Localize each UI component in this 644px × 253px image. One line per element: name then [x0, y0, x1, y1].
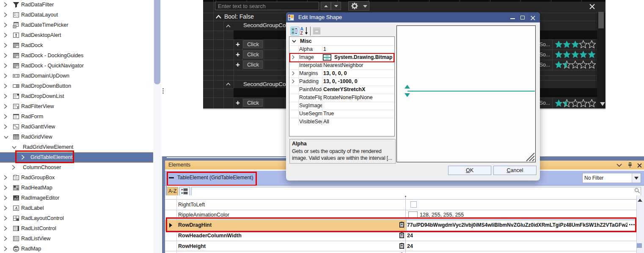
svg-text:A: A — [14, 206, 18, 211]
